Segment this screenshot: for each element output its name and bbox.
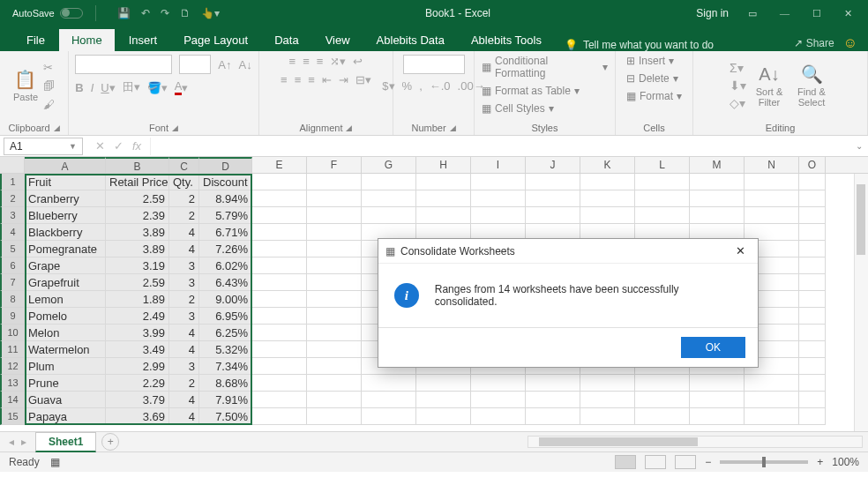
cell[interactable] [745, 375, 799, 392]
cell[interactable]: 2.59 [106, 274, 169, 291]
cell[interactable] [745, 392, 799, 408]
increase-font-icon[interactable]: A↑ [218, 55, 231, 74]
cell[interactable] [416, 174, 471, 190]
copy-icon[interactable]: 🗐 [43, 79, 55, 93]
align-left-icon[interactable]: ≡ [281, 73, 288, 86]
row-header[interactable]: 9 [0, 308, 25, 325]
cell[interactable] [252, 207, 307, 224]
dialog-launcher-icon[interactable]: ◢ [172, 123, 178, 132]
cell[interactable] [307, 274, 362, 291]
increase-decimal-icon[interactable]: ←.0 [430, 79, 451, 93]
cell[interactable] [690, 190, 745, 207]
cell[interactable]: Prune [25, 375, 106, 392]
format-cells-button[interactable]: ▦ Format▾ [626, 90, 682, 102]
cell[interactable]: 2 [169, 207, 199, 224]
vertical-scrollbar[interactable] [854, 174, 868, 431]
cell[interactable] [362, 174, 416, 190]
macro-record-icon[interactable]: ▦ [50, 456, 60, 468]
cell[interactable] [471, 408, 526, 425]
cell[interactable]: 4 [169, 224, 199, 241]
cell[interactable] [471, 174, 526, 190]
cell[interactable] [526, 207, 580, 224]
increase-indent-icon[interactable]: ⇥ [339, 73, 348, 86]
cell[interactable] [635, 190, 690, 207]
cancel-formula-icon[interactable]: ✕ [95, 139, 105, 153]
align-middle-icon[interactable]: ≡ [303, 55, 310, 68]
cell[interactable] [635, 207, 690, 224]
dialog-close-icon[interactable]: ✕ [730, 243, 751, 260]
zoom-slider[interactable] [720, 460, 808, 464]
cell[interactable] [416, 190, 471, 207]
percent-icon[interactable]: % [402, 79, 413, 93]
cell[interactable] [252, 308, 307, 325]
cell[interactable] [526, 174, 580, 190]
sheet-nav-next-icon[interactable]: ▸ [21, 436, 26, 448]
cell[interactable]: 3 [169, 358, 199, 375]
cell[interactable] [799, 392, 826, 408]
cell[interactable] [526, 392, 580, 408]
sheet-tab[interactable]: Sheet1 [35, 432, 96, 452]
cell[interactable] [799, 358, 826, 375]
comma-icon[interactable]: , [419, 79, 423, 93]
font-size-input[interactable] [179, 55, 211, 74]
cell[interactable]: 3 [169, 257, 199, 274]
cell[interactable] [471, 375, 526, 392]
row-header[interactable]: 5 [0, 241, 25, 257]
cell[interactable] [799, 207, 826, 224]
select-all-corner[interactable] [0, 157, 25, 173]
cell[interactable]: 4 [169, 341, 199, 358]
row-header[interactable]: 1 [0, 174, 25, 190]
row-header[interactable]: 11 [0, 341, 25, 358]
add-sheet-button[interactable]: + [101, 433, 119, 451]
column-header[interactable]: F [307, 157, 362, 173]
cell[interactable] [745, 190, 799, 207]
cell[interactable]: 2.59 [106, 190, 169, 207]
tab-file[interactable]: File [14, 29, 57, 51]
row-header[interactable]: 14 [0, 392, 25, 408]
feedback-icon[interactable]: ☺ [843, 35, 857, 51]
dialog-launcher-icon[interactable]: ◢ [450, 123, 456, 132]
tab-view[interactable]: View [313, 29, 363, 51]
column-header[interactable]: M [690, 157, 745, 173]
cell[interactable]: Fruit [25, 174, 106, 190]
cell[interactable] [799, 241, 826, 257]
cell[interactable]: Pomelo [25, 308, 106, 325]
cell[interactable] [635, 375, 690, 392]
cell[interactable]: 2 [169, 190, 199, 207]
cell[interactable] [690, 375, 745, 392]
tab-ablebits-tools[interactable]: Ablebits Tools [459, 29, 554, 51]
cell[interactable]: 1.89 [106, 291, 169, 308]
cell[interactable]: 6.71% [199, 224, 252, 241]
column-header[interactable]: L [635, 157, 690, 173]
cell[interactable] [307, 190, 362, 207]
cell[interactable]: 3.19 [106, 257, 169, 274]
autosum-icon[interactable]: Σ▾ [730, 61, 746, 75]
cell[interactable] [745, 207, 799, 224]
fx-icon[interactable]: fx [132, 139, 141, 153]
signin-link[interactable]: Sign in [696, 7, 729, 19]
save-icon[interactable]: 💾 [117, 7, 131, 19]
cell[interactable] [799, 257, 826, 274]
cell[interactable]: Blueberry [25, 207, 106, 224]
cell[interactable] [799, 325, 826, 341]
cell[interactable] [252, 325, 307, 341]
cell[interactable] [307, 358, 362, 375]
cell[interactable] [362, 207, 416, 224]
cell[interactable] [471, 392, 526, 408]
borders-icon[interactable]: 田▾ [123, 79, 140, 95]
row-header[interactable]: 13 [0, 375, 25, 392]
close-icon[interactable]: ✕ [841, 8, 856, 19]
align-center-icon[interactable]: ≡ [295, 73, 302, 86]
decrease-font-icon[interactable]: A↓ [239, 55, 252, 74]
cell[interactable] [252, 358, 307, 375]
row-header[interactable]: 7 [0, 274, 25, 291]
cell[interactable]: 4 [169, 392, 199, 408]
page-break-view-icon[interactable] [675, 455, 696, 469]
cell[interactable] [252, 241, 307, 257]
row-header[interactable]: 4 [0, 224, 25, 241]
cell[interactable]: 7.34% [199, 358, 252, 375]
row-header[interactable]: 15 [0, 408, 25, 425]
cell[interactable] [307, 392, 362, 408]
undo-icon[interactable]: ↶ [141, 7, 150, 19]
decrease-indent-icon[interactable]: ⇤ [322, 73, 332, 86]
